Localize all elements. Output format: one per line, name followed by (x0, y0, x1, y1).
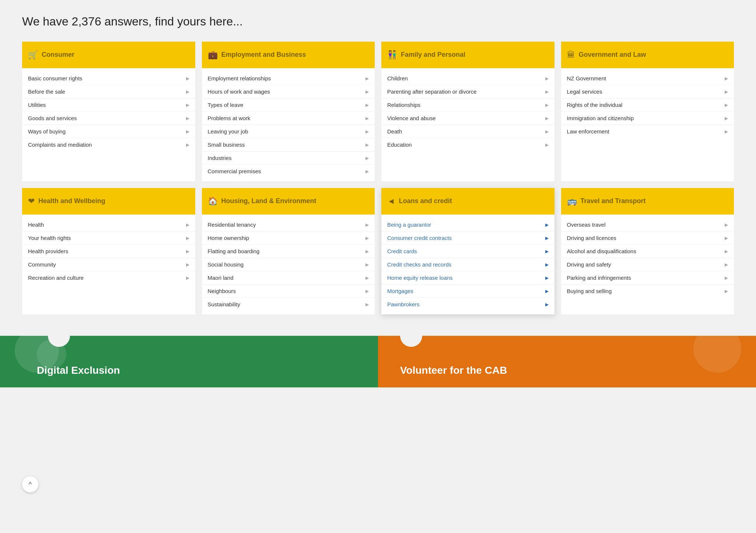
item-arrow-icon: ▶ (186, 102, 189, 108)
item-arrow-icon: ▶ (365, 129, 369, 134)
category-item[interactable]: Neighbours▶ (202, 285, 375, 298)
category-item[interactable]: Immigration and citizenship▶ (561, 112, 734, 125)
category-title-family: Family and Personal (401, 51, 465, 59)
category-item[interactable]: Small business▶ (202, 138, 375, 151)
category-item[interactable]: Community▶ (22, 258, 195, 271)
category-header-consumer[interactable]: 🛒Consumer (22, 42, 195, 68)
item-arrow-icon: ▶ (365, 156, 369, 161)
item-arrow-icon: ▶ (365, 262, 369, 267)
item-label: Complaints and mediation (28, 142, 92, 148)
category-item[interactable]: Driving and licences▶ (561, 231, 734, 245)
category-item[interactable]: Relationships▶ (381, 98, 554, 112)
category-header-housing[interactable]: 🏠Housing, Land & Environment (202, 188, 375, 215)
item-arrow-icon: ▶ (365, 289, 369, 294)
volunteer-text: Volunteer for the CAB (400, 365, 507, 376)
category-header-employment[interactable]: 💼Employment and Business (202, 42, 375, 68)
category-item[interactable]: Rights of the individual▶ (561, 98, 734, 112)
item-arrow-icon: ▶ (725, 275, 728, 281)
category-item[interactable]: Home equity release loans▶ (381, 271, 554, 285)
category-title-health: Health and Wellbeing (38, 197, 105, 205)
item-arrow-icon: ▶ (365, 142, 369, 147)
item-arrow-icon: ▶ (725, 289, 728, 294)
category-item[interactable]: Employment relationships▶ (202, 72, 375, 85)
category-title-government: Government and Law (579, 51, 646, 59)
category-item[interactable]: Hours of work and wages▶ (202, 85, 375, 98)
category-item[interactable]: Driving and safety▶ (561, 258, 734, 271)
item-label: Death (387, 128, 402, 135)
item-label: Being a guarantor (387, 222, 431, 228)
digital-exclusion-banner[interactable]: Digital Exclusion (0, 336, 378, 387)
category-title-consumer: Consumer (42, 51, 74, 59)
category-item[interactable]: Overseas travel▶ (561, 218, 734, 231)
item-label: Industries (208, 155, 232, 161)
category-item[interactable]: Residential tenancy▶ (202, 218, 375, 231)
category-header-loans[interactable]: ◄Loans and credit (381, 188, 554, 215)
category-item[interactable]: Legal services▶ (561, 85, 734, 98)
category-item[interactable]: Credit cards▶ (381, 245, 554, 258)
category-item[interactable]: Goods and services▶ (22, 112, 195, 125)
category-item[interactable]: Types of leave▶ (202, 98, 375, 112)
category-item[interactable]: Social housing▶ (202, 258, 375, 271)
item-label: Immigration and citizenship (567, 115, 634, 121)
category-item[interactable]: NZ Government▶ (561, 72, 734, 85)
item-arrow-icon: ▶ (725, 262, 728, 267)
item-arrow-icon: ▶ (365, 302, 369, 307)
category-item[interactable]: Commercial premises▶ (202, 165, 375, 178)
category-header-travel[interactable]: 🚌Travel and Transport (561, 188, 734, 215)
category-header-government[interactable]: 🏛Government and Law (561, 42, 734, 68)
item-label: Community (28, 261, 56, 268)
category-items-family: Children▶Parenting after separation or d… (381, 68, 554, 155)
category-item[interactable]: Home ownership▶ (202, 231, 375, 245)
category-item[interactable]: Parking and infringements▶ (561, 271, 734, 285)
category-card-government: 🏛Government and LawNZ Government▶Legal s… (561, 42, 734, 181)
category-item[interactable]: Violence and abuse▶ (381, 112, 554, 125)
category-item[interactable]: Recreation and culture▶ (22, 271, 195, 284)
category-item[interactable]: Basic consumer rights▶ (22, 72, 195, 85)
category-item[interactable]: Problems at work▶ (202, 112, 375, 125)
item-label: Small business (208, 142, 245, 148)
category-item[interactable]: Sustainability▶ (202, 298, 375, 311)
item-label: Hours of work and wages (208, 88, 270, 95)
category-item[interactable]: Children▶ (381, 72, 554, 85)
item-arrow-icon: ▶ (365, 249, 369, 254)
category-item[interactable]: Industries▶ (202, 151, 375, 165)
category-item[interactable]: Parenting after separation or divorce▶ (381, 85, 554, 98)
category-item[interactable]: Death▶ (381, 125, 554, 138)
item-label: Rights of the individual (567, 102, 623, 108)
category-item[interactable]: Mortgages▶ (381, 285, 554, 298)
category-item[interactable]: Flatting and boarding▶ (202, 245, 375, 258)
category-item[interactable]: Leaving your job▶ (202, 125, 375, 138)
category-item[interactable]: Credit checks and records▶ (381, 258, 554, 271)
page-headline: We have 2,376 answers, find yours here..… (22, 15, 734, 28)
category-items-government: NZ Government▶Legal services▶Rights of t… (561, 68, 734, 142)
category-item[interactable]: Consumer credit contracts▶ (381, 231, 554, 245)
item-arrow-icon: ▶ (545, 129, 549, 134)
category-item[interactable]: Maori land▶ (202, 271, 375, 285)
category-item[interactable]: Utilities▶ (22, 98, 195, 112)
category-item[interactable]: Pawnbrokers▶ (381, 298, 554, 311)
category-item[interactable]: Being a guarantor▶ (381, 218, 554, 231)
category-item[interactable]: Before the sale▶ (22, 85, 195, 98)
item-label: Health providers (28, 248, 68, 254)
categories-grid: 🛒ConsumerBasic consumer rights▶Before th… (22, 42, 734, 314)
volunteer-banner[interactable]: Volunteer for the CAB (378, 336, 756, 387)
category-header-family[interactable]: 👫Family and Personal (381, 42, 554, 68)
item-label: Goods and services (28, 115, 77, 121)
item-label: Commercial premises (208, 168, 261, 174)
item-label: Parking and infringements (567, 275, 631, 281)
category-item[interactable]: Buying and selling▶ (561, 285, 734, 297)
item-label: Credit checks and records (387, 261, 451, 268)
category-header-health[interactable]: ❤Health and Wellbeing (22, 188, 195, 215)
category-item[interactable]: Health▶ (22, 218, 195, 231)
category-item[interactable]: Health providers▶ (22, 245, 195, 258)
item-label: Relationships (387, 102, 420, 108)
item-label: Children (387, 75, 408, 81)
item-label: Overseas travel (567, 222, 606, 228)
category-item[interactable]: Alcohol and disqualifications▶ (561, 245, 734, 258)
category-item[interactable]: Your health rights▶ (22, 231, 195, 245)
category-item[interactable]: Complaints and mediation▶ (22, 138, 195, 151)
category-item[interactable]: Education▶ (381, 138, 554, 151)
category-item[interactable]: Ways of buying▶ (22, 125, 195, 138)
bottom-banners: Digital Exclusion Volunteer for the CAB (0, 336, 756, 387)
category-item[interactable]: Law enforcement▶ (561, 125, 734, 138)
